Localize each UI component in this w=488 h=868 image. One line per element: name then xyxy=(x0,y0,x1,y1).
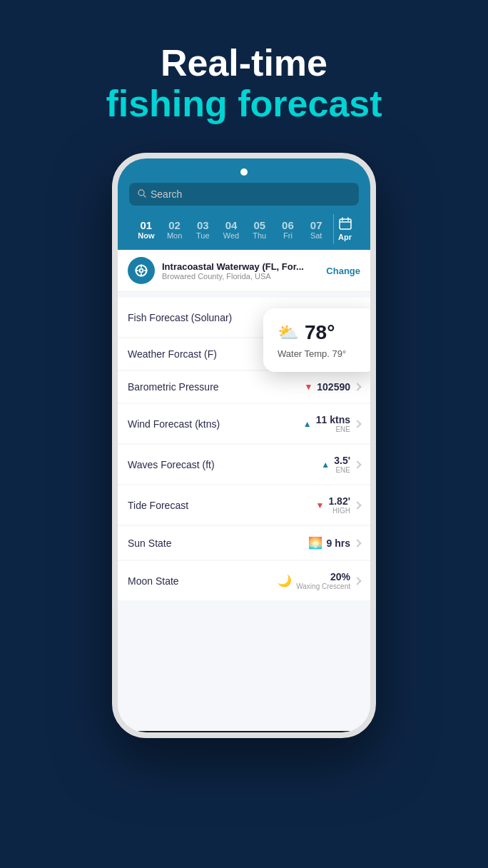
moon-icon: 🌙 xyxy=(278,574,292,587)
date-tab-03[interactable]: 03 Tue xyxy=(188,216,217,243)
moon-label: Moon State xyxy=(128,575,179,587)
change-button[interactable]: Change xyxy=(326,266,360,276)
search-bar[interactable]: Search xyxy=(129,183,359,206)
location-sub: Browared County, Florida, USA xyxy=(162,272,319,281)
waves-chevron-icon xyxy=(353,460,361,468)
pressure-trend-icon: ▼ xyxy=(304,382,312,392)
wind-chevron-icon xyxy=(353,420,361,428)
headline-line1: Real-time xyxy=(106,43,382,84)
phone-header: Search 01 Now 02 Mon 03 Tue 04 Wed 05 Th… xyxy=(118,158,370,250)
location-row: Intracoastal Waterway (FL, For... Browar… xyxy=(118,250,370,292)
forecast-row-moon[interactable]: Moon State 🌙 20% Waxing Crescent xyxy=(118,561,370,600)
calendar-tab[interactable]: Apr xyxy=(333,214,356,244)
waves-label: Waves Forecast (ft) xyxy=(128,459,215,470)
sun-label: Sun State xyxy=(128,538,172,549)
calendar-icon xyxy=(339,217,352,233)
pressure-label: Barometric Pressure xyxy=(128,381,219,393)
forecast-row-waves[interactable]: Waves Forecast (ft) ▲ 3.5' ENE xyxy=(118,445,370,484)
tide-value-group: ▼ 1.82' HIGH xyxy=(316,495,360,515)
location-icon xyxy=(128,257,155,284)
moon-chevron-icon xyxy=(353,577,361,585)
waves-sub: ENE xyxy=(335,466,350,474)
search-text: Search xyxy=(151,188,182,200)
phone-navbar xyxy=(118,731,370,738)
wind-label: Wind Forecast (ktns) xyxy=(128,418,220,430)
wind-value-group: ▲ 11 ktns ENE xyxy=(303,414,360,433)
forecast-row-tide[interactable]: Tide Forecast ▼ 1.82' HIGH xyxy=(118,485,370,525)
date-tab-05[interactable]: 05 Thu xyxy=(245,216,274,243)
wind-trend-icon: ▲ xyxy=(303,419,312,429)
tide-trend-icon: ▼ xyxy=(316,500,325,510)
moon-value-group: 🌙 20% Waxing Crescent xyxy=(278,571,360,590)
tide-sub: HIGH xyxy=(332,507,350,515)
moon-sub: Waxing Crescent xyxy=(296,582,350,590)
sun-value-group: 🌅 9 hrs xyxy=(308,536,360,550)
weather-tooltip: ⛅ 78° Water Temp. 79° xyxy=(263,308,376,372)
forecast-row-wind[interactable]: Wind Forecast (ktns) ▲ 11 ktns ENE xyxy=(118,404,370,443)
svg-rect-2 xyxy=(340,219,351,229)
pressure-chevron-icon xyxy=(353,383,361,391)
search-icon xyxy=(138,189,146,200)
weather-forecast-label: Weather Forcast (F) xyxy=(128,348,217,360)
pressure-value-group: ▼ 102590 xyxy=(304,381,360,393)
wind-value: 11 ktns xyxy=(316,414,350,425)
date-tab-07[interactable]: 07 Sat xyxy=(302,216,330,243)
tide-chevron-icon xyxy=(353,501,361,509)
tooltip-temp-value: 78° xyxy=(305,321,335,344)
location-text: Intracoastal Waterway (FL, For... Browar… xyxy=(162,261,319,281)
svg-point-0 xyxy=(138,190,144,196)
pressure-value: 102590 xyxy=(317,381,350,393)
waves-value-group: ▲ 3.5' ENE xyxy=(321,455,360,474)
forecast-row-sun[interactable]: Sun State 🌅 9 hrs xyxy=(118,526,370,560)
sun-icon: 🌅 xyxy=(308,536,322,550)
tide-value: 1.82' xyxy=(328,495,350,507)
date-tab-04[interactable]: 04 Wed xyxy=(217,216,245,243)
date-tab-02[interactable]: 02 Mon xyxy=(161,216,189,243)
date-tab-06[interactable]: 06 Fri xyxy=(274,216,303,243)
moon-value: 20% xyxy=(330,571,350,582)
date-tabs: 01 Now 02 Mon 03 Tue 04 Wed 05 Thu 06 Fr… xyxy=(129,214,359,250)
sun-value: 9 hrs xyxy=(327,538,350,549)
svg-line-1 xyxy=(144,195,146,197)
tooltip-temp-row: ⛅ 78° xyxy=(278,321,363,344)
headline-section: Real-time fishing forecast xyxy=(106,43,382,124)
waves-value: 3.5' xyxy=(334,455,350,466)
calendar-month: Apr xyxy=(338,233,352,241)
fish-forecast-label: Fish Forecast (Solunar) xyxy=(128,312,232,323)
svg-point-7 xyxy=(140,269,143,273)
location-name: Intracoastal Waterway (FL, For... xyxy=(162,261,319,272)
tide-label: Tide Forecast xyxy=(128,500,188,511)
wind-sub: ENE xyxy=(335,425,350,433)
tooltip-water-temp: Water Temp. 79° xyxy=(278,348,363,359)
phone-mockup: Search 01 Now 02 Mon 03 Tue 04 Wed 05 Th… xyxy=(112,153,376,738)
camera-dot xyxy=(240,168,248,176)
cloud-sun-icon: ⛅ xyxy=(278,323,299,343)
waves-trend-icon: ▲ xyxy=(321,460,330,470)
headline-line2: fishing forecast xyxy=(106,84,382,124)
date-tab-01[interactable]: 01 Now xyxy=(132,216,161,243)
forecast-row-pressure[interactable]: Barometric Pressure ▼ 102590 xyxy=(118,371,370,403)
sun-chevron-icon xyxy=(353,539,361,547)
